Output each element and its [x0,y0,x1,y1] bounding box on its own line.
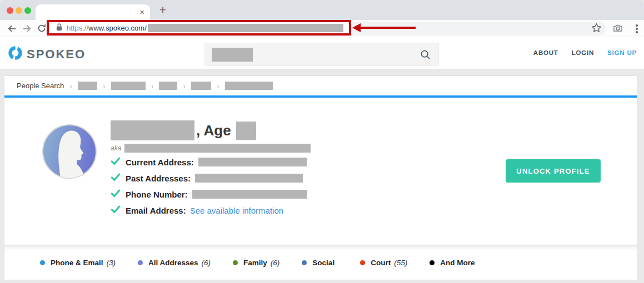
browser-tab[interactable]: × [36,4,150,20]
site-header: SPOKEO ABOUT LOGIN SIGN UP [0,37,644,70]
detail-row-current-address: Current Address: [111,157,311,167]
detail-redaction-bar [198,158,307,166]
browser-window: × + https:// www.spokeo.com/ [0,0,644,283]
breadcrumb-separator: › [183,82,186,90]
detail-row-phone-number: Phone Number: [111,189,311,199]
legend-item-phone-email[interactable]: Phone & Email (3) [40,259,116,267]
legend-label: Court [371,259,391,267]
legend-item-social[interactable]: Social [302,259,338,267]
padlock-icon [56,23,62,33]
profile-name-row: , Age [111,120,311,140]
spokeo-logo[interactable]: SPOKEO [8,46,86,63]
detail-label: Current Address: [126,158,194,167]
legend-label: Phone & Email [51,259,103,267]
detail-label: Email Address: [126,206,186,215]
legend-dot [302,260,307,265]
page-background: People Search › › › › › [0,70,644,283]
legend-count: (6) [202,259,211,267]
breadcrumb-redaction-bar [111,82,146,90]
breadcrumb-redaction-bar [78,82,97,90]
annotation-arrow-head [352,23,361,32]
age-label: , Age [196,122,231,139]
detail-label: Phone Number: [126,190,188,199]
profile-info: , Age aka Current Address: [111,120,311,221]
legend-item-court[interactable]: Court (55) [360,259,407,267]
back-icon[interactable] [7,23,18,34]
breadcrumb-redaction-bar [225,82,273,90]
forward-icon[interactable] [22,23,33,34]
aka-redaction-bar [124,144,311,153]
legend-count: (6) [271,259,280,267]
url-annotation-box: https:// www.spokeo.com/ [47,20,351,36]
site-nav: ABOUT LOGIN SIGN UP [533,49,637,56]
url-scheme: https:// [67,24,88,32]
legend-count: (3) [107,259,116,267]
legend-dot [430,260,435,265]
tab-close-icon[interactable]: × [139,7,144,17]
see-available-information-link[interactable]: See available information [190,206,283,215]
profile-details: Current Address: Past Addresses: Phone N… [111,157,311,215]
bookmark-star-icon[interactable] [591,23,602,36]
breadcrumb-redaction-bar [191,82,211,90]
search-icon[interactable] [420,49,431,62]
legend-count: (55) [394,259,407,267]
profile-summary: , Age aka Current Address: [4,98,637,245]
breadcrumb-root-link[interactable]: People Search [17,82,64,90]
legend-item-family[interactable]: Family (6) [233,259,279,267]
detail-label: Past Addresses: [126,174,191,183]
legend-dot [233,260,238,265]
breadcrumb-separator: › [69,82,72,90]
url-host: www.spokeo.com/ [88,24,147,32]
aka-row: aka [111,144,311,153]
nav-about-link[interactable]: ABOUT [533,49,558,56]
breadcrumb-redaction-bar [159,82,177,90]
check-icon [111,204,121,216]
check-icon [111,188,121,200]
legend-dot [40,260,45,265]
detail-redaction-bar [195,174,303,183]
breadcrumb-separator: › [151,82,154,90]
legend-label: All Addresses [148,259,198,267]
new-tab-button[interactable]: + [156,3,170,17]
check-icon [111,172,121,184]
macos-zoom-button[interactable] [24,7,31,14]
macos-minimize-button[interactable] [16,7,22,14]
search-redaction-bar [212,48,253,62]
legend-dot [360,260,365,265]
breadcrumb-separator: › [217,82,219,90]
legend-label: Social [312,259,335,267]
tab-strip: × + [0,0,644,20]
nav-login-link[interactable]: LOGIN [572,49,594,56]
spokeo-logo-text: SPOKEO [27,47,86,62]
url-redaction-bar [148,24,343,32]
avatar [42,124,97,179]
browser-menu-icon[interactable] [631,23,642,35]
detail-row-past-addresses: Past Addresses: [111,173,311,183]
legend-label: Family [243,259,267,267]
nav-signup-link[interactable]: SIGN UP [607,49,637,56]
breadcrumb-separator: › [103,82,106,90]
unlock-profile-button[interactable]: UNLOCK PROFILE [506,159,601,183]
legend-label: And More [440,259,475,267]
detail-row-email-address: Email Address: See available information [111,205,311,215]
annotation-arrow-line [360,27,416,29]
spokeo-logo-icon [8,46,23,63]
section-legend: Phone & Email (3) All Addresses (6) Fami… [4,245,637,280]
search-input[interactable] [204,43,439,66]
reload-icon[interactable] [37,23,48,34]
aka-label: aka [111,144,121,152]
macos-close-button[interactable] [7,7,13,14]
age-redaction-bar [236,122,256,140]
legend-item-all-addresses[interactable]: All Addresses (6) [138,259,211,267]
legend-item-and-more[interactable]: And More [430,259,478,267]
legend-dot [138,260,143,265]
check-icon [111,156,121,168]
name-redaction-bar [111,120,194,140]
camera-icon[interactable] [612,23,623,36]
profile-card: People Search › › › › › [4,76,637,280]
breadcrumb: People Search › › › › › [4,76,637,95]
detail-redaction-bar [192,190,307,199]
browser-toolbar: https:// www.spokeo.com/ [0,20,644,37]
